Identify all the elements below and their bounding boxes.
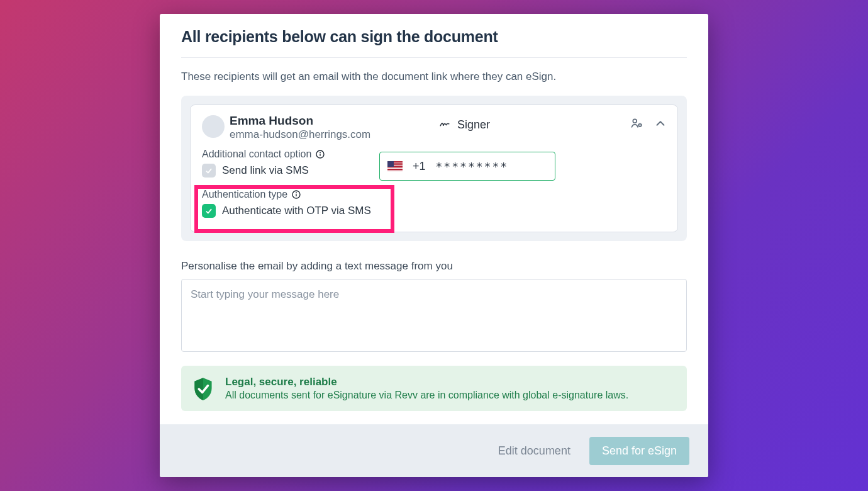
svg-point-4 xyxy=(320,152,321,153)
shield-check-icon xyxy=(192,377,214,401)
svg-point-0 xyxy=(633,119,637,123)
recipient-name: Emma Hudson xyxy=(230,114,370,128)
recipient-email: emma-hudson@herrings.com xyxy=(230,128,370,141)
additional-contact-label: Additional contact option xyxy=(202,149,311,160)
banner-text: All documents sent for eSignature via Re… xyxy=(225,390,628,401)
recipient-name-block: Emma Hudson emma-hudson@herrings.com xyxy=(230,114,370,141)
auth-type-label: Authentication type xyxy=(202,189,287,200)
phone-masked: ********* xyxy=(436,160,509,173)
divider xyxy=(181,57,687,58)
modal-subtitle: These recipients will get an email with … xyxy=(181,71,687,83)
info-icon[interactable] xyxy=(291,189,301,200)
svg-point-7 xyxy=(296,193,297,193)
auth-label-row: Authentication type xyxy=(202,189,666,200)
send-link-sms-label: Send link via SMS xyxy=(222,164,309,177)
modal-title: All recipients below can sign the docume… xyxy=(181,28,687,46)
svg-point-1 xyxy=(638,124,641,127)
modal-content: All recipients below can sign the docume… xyxy=(160,14,708,424)
recipient-role[interactable]: Signer xyxy=(438,118,490,132)
role-label: Signer xyxy=(457,118,490,132)
authentication-section: Authentication type Authenticate with OT… xyxy=(202,189,666,218)
signature-icon xyxy=(438,118,451,132)
info-icon[interactable] xyxy=(315,149,325,159)
checkbox-unchecked xyxy=(202,164,216,178)
checkbox-checked xyxy=(202,204,216,218)
recipient-controls xyxy=(630,116,667,133)
send-for-esign-modal: All recipients below can sign the docume… xyxy=(160,14,708,477)
chevron-up-icon[interactable] xyxy=(654,116,667,133)
banner-title: Legal, secure, reliable xyxy=(225,376,628,388)
message-textarea[interactable] xyxy=(181,279,687,352)
phone-number-input[interactable]: +1 ********* xyxy=(379,152,555,181)
recipients-panel: Emma Hudson emma-hudson@herrings.com Sig… xyxy=(181,96,687,241)
recipient-card: Emma Hudson emma-hudson@herrings.com Sig… xyxy=(190,104,678,232)
personalise-label: Personalise the email by adding a text m… xyxy=(181,260,687,273)
auth-option-label: Authenticate with OTP via SMS xyxy=(222,205,371,217)
send-for-esign-button[interactable]: Send for eSign xyxy=(589,437,689,465)
modal-footer: Edit document Send for eSign xyxy=(160,424,708,477)
user-settings-icon[interactable] xyxy=(630,116,643,133)
banner-text-block: Legal, secure, reliable All documents se… xyxy=(225,376,628,401)
recipient-header: Emma Hudson emma-hudson@herrings.com xyxy=(202,114,666,141)
us-flag-icon xyxy=(387,161,403,171)
phone-prefix: +1 xyxy=(413,160,426,173)
legal-banner: Legal, secure, reliable All documents se… xyxy=(181,366,687,411)
avatar xyxy=(202,115,225,138)
edit-document-button[interactable]: Edit document xyxy=(498,444,570,458)
auth-otp-sms-option[interactable]: Authenticate with OTP via SMS xyxy=(202,204,666,218)
